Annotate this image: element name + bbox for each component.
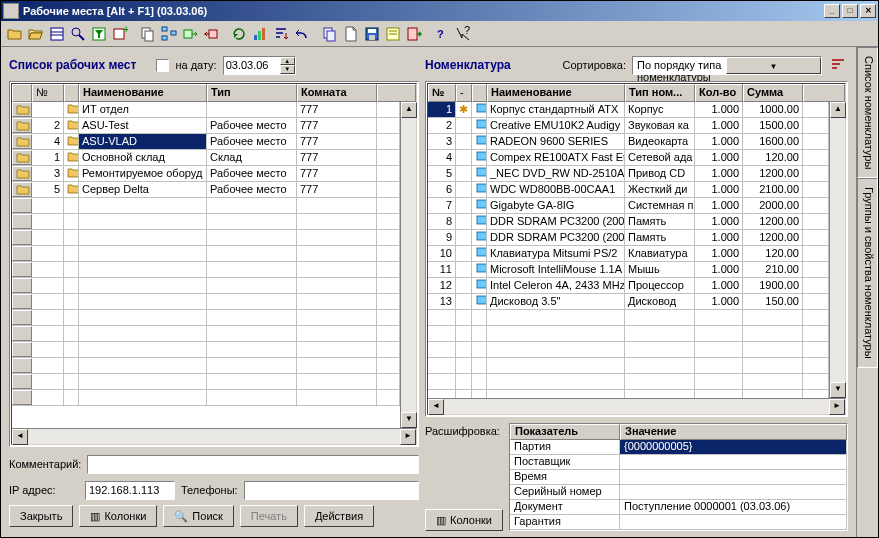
col-type[interactable]: Тип <box>207 84 297 102</box>
workplaces-grid[interactable]: № Наименование Тип Комната ИТ отдел7772A… <box>9 81 419 447</box>
columns-button[interactable]: ▥Колонки <box>79 505 157 527</box>
tool-copy2-icon[interactable] <box>320 24 340 44</box>
detail-row[interactable]: Серийный номер <box>510 485 847 500</box>
on-date-checkbox[interactable] <box>156 59 169 72</box>
tool-folder-icon[interactable] <box>5 24 25 44</box>
col-room[interactable]: Комната <box>297 84 377 102</box>
tab-item-list[interactable]: Список номенклатуры <box>857 47 878 178</box>
table-row[interactable]: 9DDR SDRAM PC3200 (200Память1.0001200.00 <box>428 230 829 246</box>
rcol-dash[interactable]: - <box>456 84 472 102</box>
comment-input[interactable] <box>87 455 419 474</box>
tool-tree-icon[interactable] <box>159 24 179 44</box>
folder-icon <box>16 167 30 179</box>
table-row[interactable]: 13Дисковод 3.5''Дисковод1.000150.00 <box>428 294 829 310</box>
table-row[interactable]: 8DDR SDRAM PC3200 (200Память1.0001200.00 <box>428 214 829 230</box>
tool-undo-icon[interactable] <box>292 24 312 44</box>
chevron-down-icon[interactable]: ▼ <box>726 57 821 74</box>
table-row[interactable]: 5_NEC DVD_RW ND-2510AПривод CD1.0001200.… <box>428 166 829 182</box>
maximize-button[interactable]: □ <box>842 4 858 18</box>
right-vscroll[interactable]: ▲ ▼ <box>829 102 845 398</box>
toolbar: + ? ? <box>1 21 878 47</box>
table-row[interactable]: 4Compex RE100ATX Fast EtСетевой ада1.000… <box>428 150 829 166</box>
detail-row[interactable]: Время <box>510 470 847 485</box>
table-row[interactable]: 1Основной складСклад777 <box>12 150 400 166</box>
tool-props-icon[interactable] <box>383 24 403 44</box>
tool-add-icon[interactable]: + <box>110 24 130 44</box>
item-icon <box>475 230 487 242</box>
detail-row[interactable]: Партия{0000000005} <box>510 440 847 455</box>
grid-header: № Наименование Тип Комната <box>12 84 416 102</box>
tool-filter-icon[interactable] <box>89 24 109 44</box>
phone-input[interactable] <box>244 481 419 500</box>
ip-input[interactable] <box>85 481 175 500</box>
col-name[interactable]: Наименование <box>79 84 207 102</box>
print-button[interactable]: Печать <box>240 505 298 527</box>
minimize-button[interactable]: _ <box>824 4 840 18</box>
detail-grid[interactable]: Показатель Значение Партия{0000000005}По… <box>509 423 848 531</box>
table-row[interactable]: 2Creative EMU10K2 AudigyЗвуковая ка1.000… <box>428 118 829 134</box>
table-row[interactable]: 3RADEON 9600 SERIESВидеокарта1.0001600.0… <box>428 134 829 150</box>
dcol-val[interactable]: Значение <box>620 424 847 440</box>
rcol-qty[interactable]: Кол-во <box>695 84 743 102</box>
detail-row[interactable]: ДокументПоступление 0000001 (03.03.06) <box>510 500 847 515</box>
window-title: Рабочие места [Alt + F1] (03.03.06) <box>23 5 207 17</box>
tool-refresh-icon[interactable] <box>229 24 249 44</box>
items-grid[interactable]: № - Наименование Тип ном... Кол-во Сумма… <box>425 81 848 417</box>
table-row[interactable]: 1✱Корпус стандартный ATXКорпус1.0001000.… <box>428 102 829 118</box>
tool-sort-icon[interactable] <box>271 24 291 44</box>
date-input[interactable]: ▲▼ <box>223 56 296 75</box>
tool-help-icon[interactable]: ? <box>432 24 452 44</box>
table-row[interactable]: 5Сервер DeltaРабочее место777 <box>12 182 400 198</box>
table-row[interactable]: 12Intel Celeron 4A, 2433 MHzПроцессор1.0… <box>428 278 829 294</box>
tool-context-help-icon[interactable]: ? <box>453 24 473 44</box>
right-hscroll[interactable]: ◄► <box>428 398 845 414</box>
table-row[interactable]: 2ASU-TestРабочее место777 <box>12 118 400 134</box>
dcol-key[interactable]: Показатель <box>510 424 620 440</box>
table-row[interactable]: 10Клавиатура Mitsumi PS/2Клавиатура1.000… <box>428 246 829 262</box>
table-row[interactable]: 11Microsoft IntelliMouse 1.1AМышь1.00021… <box>428 262 829 278</box>
close-button[interactable]: ✕ <box>860 4 876 18</box>
detail-row[interactable]: Гарантия <box>510 515 847 530</box>
tool-save-icon[interactable] <box>362 24 382 44</box>
rcol-num[interactable]: № <box>428 84 456 102</box>
rcol-type[interactable]: Тип ном... <box>625 84 695 102</box>
col-num[interactable]: № <box>32 84 64 102</box>
date-spin-down[interactable]: ▼ <box>280 65 295 74</box>
item-icon <box>475 198 487 210</box>
table-row[interactable]: 6WDC WD800BB-00CAA1Жесткий ди1.0002100.0… <box>428 182 829 198</box>
search-button[interactable]: 🔍Поиск <box>163 505 233 527</box>
tool-search-icon[interactable] <box>68 24 88 44</box>
tab-groups-props[interactable]: Группы и свойства номенклатуры <box>857 178 878 368</box>
date-field[interactable] <box>224 57 280 74</box>
sort-combo[interactable]: По порядку типа номенклатуры ▼ <box>632 56 822 75</box>
table-row[interactable]: 7Gigabyte GA-8IGСистемная п1.0002000.00 <box>428 198 829 214</box>
tool-exit-icon[interactable] <box>404 24 424 44</box>
tool-chart-icon[interactable] <box>250 24 270 44</box>
comment-label: Комментарий: <box>9 458 81 470</box>
tool-list-icon[interactable] <box>47 24 67 44</box>
tool-doc-icon[interactable] <box>341 24 361 44</box>
date-spin-up[interactable]: ▲ <box>280 57 295 66</box>
table-row[interactable]: 4ASU-VLADРабочее место777 <box>12 134 400 150</box>
folder-icon <box>67 102 79 114</box>
star-icon: ✱ <box>459 103 468 115</box>
right-columns-button[interactable]: ▥Колонки <box>425 509 503 531</box>
detail-row[interactable]: Поставщик <box>510 455 847 470</box>
svg-rect-35 <box>477 200 487 208</box>
tool-import-icon[interactable] <box>201 24 221 44</box>
actions-button[interactable]: Действия <box>304 505 374 527</box>
tool-copy-icon[interactable] <box>138 24 158 44</box>
rcol-name[interactable]: Наименование <box>487 84 625 102</box>
tool-open-icon[interactable] <box>26 24 46 44</box>
svg-point-3 <box>72 28 80 36</box>
columns-icon: ▥ <box>436 514 446 527</box>
tool-export-icon[interactable] <box>180 24 200 44</box>
sort-apply-icon[interactable] <box>828 55 848 75</box>
left-hscroll[interactable]: ◄► <box>12 428 416 444</box>
table-row[interactable]: 3Ремонтируемое оборудРабочее место777 <box>12 166 400 182</box>
table-row[interactable]: ИТ отдел777 <box>12 102 400 118</box>
rcol-sum[interactable]: Сумма <box>743 84 803 102</box>
left-vscroll[interactable]: ▲ ▼ <box>400 102 416 428</box>
on-date-label: на дату: <box>175 59 216 71</box>
close-button[interactable]: Закрыть <box>9 505 73 527</box>
